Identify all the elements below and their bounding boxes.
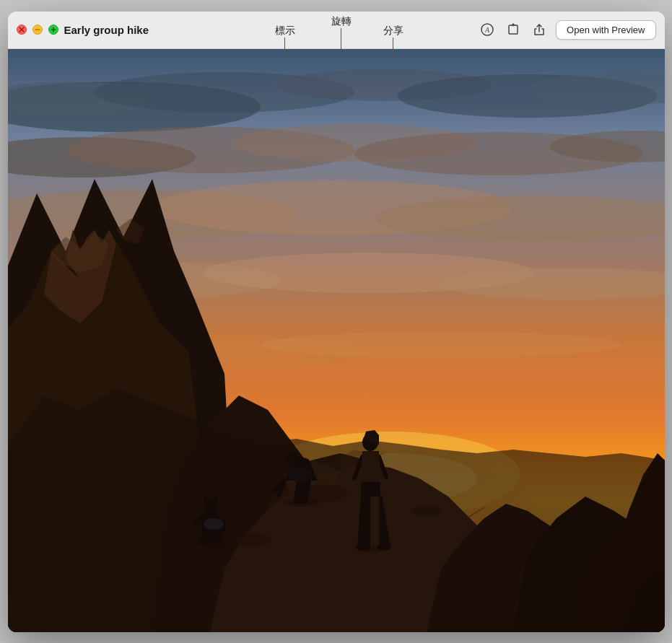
quick-look-window: 標示 旋轉 分享 — [8, 12, 665, 632]
maximize-icon — [51, 27, 56, 32]
close-button[interactable] — [17, 25, 27, 35]
rotate-icon — [506, 22, 520, 37]
markup-icon: A — [480, 22, 494, 37]
window-title: Early group hike — [64, 24, 471, 36]
markup-button[interactable]: A — [476, 19, 498, 40]
photo-scene — [8, 49, 665, 632]
image-area — [8, 49, 665, 632]
close-icon — [19, 27, 25, 32]
minimize-button[interactable] — [32, 25, 43, 35]
maximize-button[interactable] — [48, 25, 58, 35]
svg-point-30 — [261, 332, 621, 358]
traffic-lights — [17, 25, 58, 35]
scene-illustration — [8, 49, 665, 632]
minimize-icon — [35, 27, 40, 32]
open-with-preview-button[interactable]: Open with Preview — [556, 20, 655, 40]
share-icon — [532, 22, 546, 37]
share-button[interactable] — [528, 19, 550, 40]
titlebar: Early group hike A — [8, 12, 665, 49]
toolbar-icons: A — [476, 19, 550, 40]
rotate-button[interactable] — [502, 19, 524, 40]
svg-rect-7 — [509, 25, 518, 34]
svg-text:A: A — [484, 26, 490, 34]
